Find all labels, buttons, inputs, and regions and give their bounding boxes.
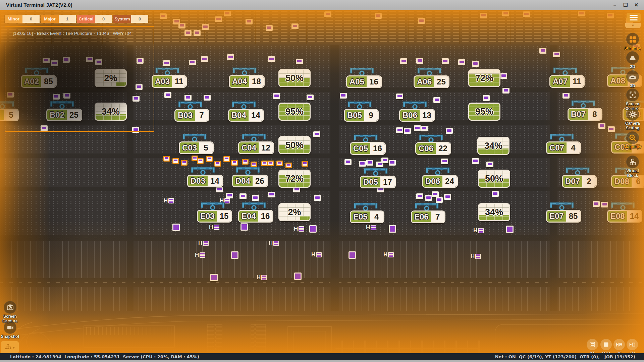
container-marker: [375, 13, 382, 19]
yard-block-label-b04[interactable]: B0414: [228, 109, 264, 122]
yard-handler-marker: H: [311, 252, 322, 257]
container-marker: [607, 13, 614, 18]
block-id: C06: [416, 143, 436, 154]
yard-block-label-d03[interactable]: D0314: [187, 175, 223, 187]
occupancy-gauge[interactable]: 95%: [278, 103, 311, 121]
solid-icon: [626, 70, 639, 83]
alarm-chip-critical[interactable]: Critical0: [77, 15, 112, 23]
alarm-chip-count: 0: [95, 15, 112, 23]
equipment-toggle-eh[interactable]: EH: [624, 339, 640, 353]
container-marker: [215, 16, 222, 22]
maximize-button[interactable]: ❒: [623, 2, 629, 8]
block-id: B05: [345, 110, 364, 121]
yard-block-label-b07[interactable]: B078: [568, 108, 602, 121]
yard-handler-marker: H: [195, 252, 205, 258]
occupancy-gauge[interactable]: 50%: [278, 69, 311, 87]
sidebar-item-label: CameraSetting: [625, 121, 640, 131]
container-marker: [598, 123, 605, 129]
container-marker: [296, 59, 303, 64]
terminal-yard-map[interactable]: HHHHHHHHHHHHH A0285A0311A0418A0516A0625A…: [0, 10, 644, 353]
container-marker: [239, 193, 247, 199]
window-title: Virtual Terminal JAT2(V2.0): [0, 2, 72, 8]
yard-block-label-c03[interactable]: C035: [179, 141, 214, 154]
parking-slot-band: [5, 241, 639, 278]
yard-block-label-a05[interactable]: A0516: [346, 75, 382, 88]
yard-block-label-e04[interactable]: E0416: [238, 210, 273, 223]
block-id: A07: [550, 76, 570, 87]
truck-queue-marker: [214, 161, 221, 167]
container-marker: [189, 60, 196, 65]
alarm-chip-minor[interactable]: Minor0: [5, 15, 40, 23]
alarm-chip-system[interactable]: System0: [113, 15, 148, 23]
yard-road: [0, 278, 644, 287]
occupancy-gauge[interactable]: 34%: [477, 137, 509, 155]
occupancy-gauge[interactable]: 2%: [278, 203, 311, 221]
yard-block-label-a06[interactable]: A0625: [414, 75, 449, 88]
block-id: D06: [423, 176, 442, 187]
container-marker: [502, 11, 509, 16]
tool-snapshot[interactable]: Snapshot: [1, 321, 19, 339]
alarm-chip-major[interactable]: Major1: [41, 15, 76, 23]
container-marker-solid: [294, 273, 302, 280]
block-id: C07: [547, 142, 567, 153]
sidebar-item-magnifier[interactable]: Magnifier: [620, 131, 644, 149]
container-marker: [273, 93, 280, 99]
container-marker: [553, 52, 560, 57]
yard-block-label-b06[interactable]: B0613: [399, 109, 435, 122]
sidebar-item-summay[interactable]: Summay: [620, 33, 644, 51]
yard-block-label-c06[interactable]: C0622: [415, 142, 451, 155]
yard-block-label-e05[interactable]: E054: [350, 210, 384, 223]
yard-block-label-b05[interactable]: B059: [344, 109, 379, 122]
occupancy-gauge[interactable]: 34%: [478, 203, 510, 221]
block-count: 11: [570, 76, 584, 87]
occupancy-gauge[interactable]: 95%: [468, 103, 500, 121]
yard-block-label-d04[interactable]: D0426: [232, 175, 268, 187]
yard-block-label-d06[interactable]: D0624: [422, 175, 458, 188]
minimize-button[interactable]: –: [612, 2, 618, 8]
yard-block-label-e06[interactable]: E067: [411, 210, 445, 223]
tool-screen-capture[interactable]: ScreenCapture: [1, 301, 19, 324]
occupancy-gauge[interactable]: 72%: [468, 69, 500, 87]
yard-block-label-e08[interactable]: E0814: [607, 210, 642, 223]
yard-block-label-a04[interactable]: A0418: [229, 75, 265, 88]
yard-block-label-d05[interactable]: D0517: [360, 176, 396, 188]
yard-block-label-e03[interactable]: E0315: [197, 210, 232, 223]
yard-block-label-b03[interactable]: B037: [174, 109, 209, 122]
truck-queue-marker: [231, 160, 238, 166]
container-marker: [389, 160, 396, 166]
yard-block-label-c04[interactable]: C0412: [238, 141, 274, 154]
container-marker: [601, 202, 608, 207]
container-marker: [246, 19, 253, 24]
terminal-tree-button[interactable]: ▸: [1, 341, 19, 353]
yard-block-label-d07[interactable]: D072: [562, 175, 597, 188]
gauge-value: 34%: [479, 204, 509, 220]
grid-icon: [626, 33, 639, 46]
occupancy-gauge[interactable]: 50%: [278, 136, 311, 154]
window-titlebar: Virtual Terminal JAT2(V2.0) – ❒ ✕: [0, 0, 644, 10]
menu-collapse-tab[interactable]: ▼: [625, 23, 641, 28]
block-id: D07: [563, 176, 582, 187]
block-count: 11: [172, 76, 186, 87]
container-marker: [502, 88, 509, 94]
alarm-chip-label: Major: [41, 15, 59, 23]
container-marker-solid: [240, 223, 248, 231]
occupancy-gauge[interactable]: 72%: [278, 170, 311, 188]
sidebar-item-camera-setting[interactable]: CameraSetting: [620, 108, 644, 131]
hamburger-menu-button[interactable]: [627, 13, 641, 22]
yard-block-label-c05[interactable]: C0516: [350, 142, 386, 155]
block-id: D05: [361, 177, 380, 187]
container-marker: [307, 95, 314, 100]
rs-equipment-icon: [613, 339, 625, 350]
block-count: 16: [258, 211, 273, 222]
occupancy-gauge[interactable]: 50%: [478, 170, 510, 188]
yard-block-label-c07[interactable]: C074: [546, 141, 581, 154]
sidebar-item-2d[interactable]: 2D: [620, 51, 644, 69]
close-button[interactable]: ✕: [633, 2, 639, 8]
yard-block-label-a03[interactable]: A0311: [152, 75, 187, 88]
yard-block-label-e07[interactable]: E0785: [546, 210, 581, 223]
yard-block-label-a07[interactable]: A0711: [549, 75, 585, 88]
container-marker: [201, 56, 208, 62]
block-id: B03: [175, 110, 195, 121]
sidebar-item-3d[interactable]: 3D: [620, 70, 644, 88]
sidebar-item-virtual-block[interactable]: VirtualBlock: [620, 156, 644, 178]
